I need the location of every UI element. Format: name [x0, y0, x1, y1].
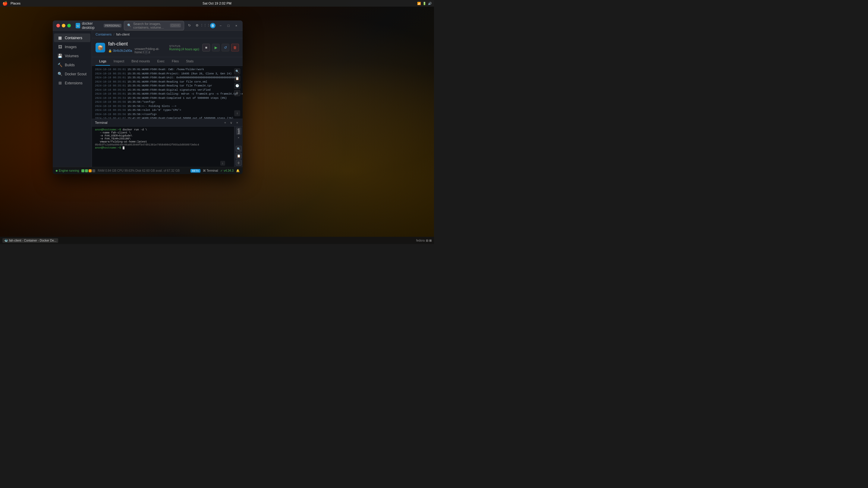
lock-icon: 🔒 — [108, 49, 112, 53]
delete-button[interactable]: 🗑 — [231, 44, 239, 52]
beta-badge: BETA — [190, 169, 200, 173]
container-image: vmware/folding-at-home:latest — [134, 47, 166, 54]
engine-status: Engine running — [56, 169, 79, 172]
terminal-cmd-2: --name fah-client \ — [95, 131, 131, 134]
log-delete-button[interactable]: 🗑 — [234, 90, 240, 96]
sidebar-item-volumes[interactable]: 💾 Volumes — [54, 52, 90, 60]
grid-icon[interactable]: ⋮⋮⋮ — [202, 23, 208, 28]
tab-exec[interactable]: Exec — [153, 57, 168, 66]
sidebar-item-extensions[interactable]: ⊞ Extensions — [54, 78, 90, 87]
terminal-label[interactable]: ⌘ Terminal — [203, 169, 218, 172]
docker-icon: 🐳 — [76, 23, 80, 28]
wifi-icon: 📶 — [417, 2, 421, 5]
terminal-cmd-4: -e FAH_TEAM=255180\ — [95, 137, 131, 140]
terminal-side-search[interactable]: 🔍 — [236, 146, 242, 152]
sidebar-label-builds: Builds — [65, 63, 75, 67]
taskbar-icon-1: ⊟ — [426, 239, 428, 242]
tab-files[interactable]: Files — [168, 57, 182, 66]
log-line: 2024-10-19 08:35:34 15:35:04:WU00:F500:0… — [95, 96, 240, 101]
tab-logs[interactable]: Logs — [96, 57, 110, 66]
window-body: ▦ Containers 🖼 Images 💾 Volumes 🔨 Builds… — [53, 31, 243, 167]
scroll-to-bottom-button[interactable]: ↓ — [234, 110, 240, 116]
title-bar-actions: ↻ ⚙ ⋮⋮⋮ B − □ × — [187, 23, 239, 28]
terminal-close-button[interactable]: × — [235, 120, 240, 125]
log-line: 2024-10-19 08:35:01 15:35:01:WU00:F500:0… — [95, 68, 240, 72]
refresh-icon[interactable]: ↻ — [187, 23, 192, 28]
sidebar-label-docker-scout: Docker Scout — [65, 72, 87, 76]
sidebar: ▦ Containers 🖼 Images 💾 Volumes 🔨 Builds… — [53, 31, 92, 167]
log-line: 2024-10-19 08:41:07 15:41:07:WU00:F500:0… — [95, 117, 240, 119]
user-avatar[interactable]: B — [210, 23, 216, 28]
terminal-body[interactable]: anon@hostname:~$ docker run -d \ --name … — [92, 127, 234, 167]
container-id: 🔒 0b4b3fc2a90a vmware/folding-at-home:la… — [108, 47, 166, 54]
terminal-add-button[interactable]: + — [223, 120, 227, 125]
window-close-icon[interactable]: × — [234, 23, 239, 28]
container-name: fah-client — [108, 41, 166, 47]
tab-bind-mounts[interactable]: Bind mounts — [128, 57, 153, 66]
terminal-collapse-button[interactable]: ∨ — [229, 120, 234, 125]
bash-tab-close[interactable]: × — [238, 136, 239, 139]
sidebar-item-containers[interactable]: ▦ Containers — [54, 33, 90, 42]
window-titlebar: 🐳 docker desktop PERSONAL 🔍 Search for i… — [53, 21, 243, 31]
log-copy-button[interactable]: 📋 — [234, 76, 240, 82]
breadcrumb-current: fah-client — [116, 33, 130, 36]
search-area: 🔍 Search for images, containers, volume.… — [124, 21, 184, 30]
engine-indicators — [82, 169, 95, 172]
status-bar-right: BETA ⌘ Terminal ✓ v4.34.3 🔔 — [190, 169, 240, 173]
apple-menu-icon[interactable]: 🍎 — [2, 1, 7, 6]
log-line: 2024-10-19 08:35:01 15:35:01:WU00:F500:0… — [95, 92, 240, 96]
version-label: ✓ v4.34.3 — [220, 169, 234, 172]
datetime-display: Sat Oct 19 2:02 PM — [203, 1, 231, 5]
fedora-logo: fedora — [416, 239, 425, 242]
taskbar-docker-item[interactable]: 🐳 fah-client - Container - Docker De... — [2, 238, 58, 243]
bash-tab-label[interactable]: bash — [236, 128, 241, 135]
stop-button[interactable]: ■ — [202, 44, 210, 52]
places-menu[interactable]: Places — [10, 1, 21, 5]
container-header: 📦 fah-client 🔒 0b4b3fc2a90a vmware/foldi… — [92, 38, 243, 57]
sidebar-item-docker-scout[interactable]: 🔍 Docker Scout — [54, 70, 90, 78]
log-line: 2024-10-19 08:35:01 15:35:01:WU00:F500:0… — [95, 84, 240, 88]
battery-icon: 🔋 — [423, 2, 426, 5]
tabs-bar: Logs Inspect Bind mounts Exec Files Stat… — [92, 57, 243, 66]
terminal-scroll-button[interactable]: ↓ — [220, 161, 225, 166]
window-resize-icon[interactable]: □ — [226, 23, 231, 28]
settings-icon[interactable]: ⚙ — [194, 23, 200, 28]
terminal-line-4: -e FAH_TEAM=255180\ — [95, 137, 231, 140]
terminal-line-3: -e FAH_USER=bigdude\ — [95, 134, 231, 137]
log-line: 2024-10-19 08:35:56 15:35:56:</config> — [95, 113, 240, 117]
sidebar-item-builds[interactable]: 🔨 Builds — [54, 61, 90, 69]
log-search-button[interactable]: 🔍 — [234, 68, 240, 74]
window-maximize-button[interactable] — [67, 24, 71, 27]
resource-info: RAM 0.84 GB CPU 99.63% Disk 62.60 GB ava… — [98, 169, 188, 172]
log-area-actions: 🔍 📋 🕐 🗑 — [234, 68, 240, 96]
log-area[interactable]: 🔍 📋 🕐 🗑 2024-10-19 08:35:01 15:35:01:WU0… — [92, 66, 243, 119]
global-search-box[interactable]: 🔍 Search for images, containers, volume.… — [124, 21, 184, 30]
tab-stats[interactable]: Stats — [182, 57, 197, 66]
sidebar-item-images[interactable]: 🖼 Images — [54, 42, 90, 51]
sidebar-collapse-button[interactable]: ‹ — [144, 49, 149, 55]
terminal-output-hash: 0b4b3fc2a90a98648c06a053940fb47d91381e79… — [95, 143, 199, 147]
indicator-2 — [85, 169, 88, 172]
restart-button[interactable]: ↺ — [221, 44, 229, 52]
log-time-button[interactable]: 🕐 — [234, 83, 240, 89]
tab-inspect[interactable]: Inspect — [110, 57, 128, 66]
window-close-button[interactable] — [56, 24, 60, 27]
volumes-icon: 💾 — [58, 54, 62, 58]
containers-icon: ▦ — [58, 36, 62, 40]
engine-status-dot — [56, 170, 58, 172]
window-minimize-button[interactable] — [62, 24, 65, 27]
terminal-side-delete[interactable]: 🗑 — [236, 160, 242, 166]
search-icon: 🔍 — [127, 24, 131, 27]
breadcrumb-parent-link[interactable]: Containers — [96, 33, 112, 36]
terminal-cursor — [123, 147, 124, 150]
terminal-line-2: --name fah-client \ — [95, 131, 231, 134]
taskbar-docker-label: fah-client - Container - Docker De... — [9, 239, 56, 242]
window-minimize-icon[interactable]: − — [218, 23, 223, 28]
play-button[interactable]: ▶ — [212, 44, 220, 52]
notification-icon[interactable]: 🔔 — [236, 169, 240, 172]
terminal-side-copy[interactable]: 📋 — [236, 153, 242, 159]
images-icon: 🖼 — [58, 44, 62, 49]
extensions-icon: ⊞ — [58, 81, 62, 85]
log-line: 2024-10-19 08:35:01 15:35:01:WU00:F500:0… — [95, 76, 240, 80]
top-menu-bar: 🍎 Places Sat Oct 19 2:02 PM 📶 🔋 🔊 — [0, 0, 434, 7]
